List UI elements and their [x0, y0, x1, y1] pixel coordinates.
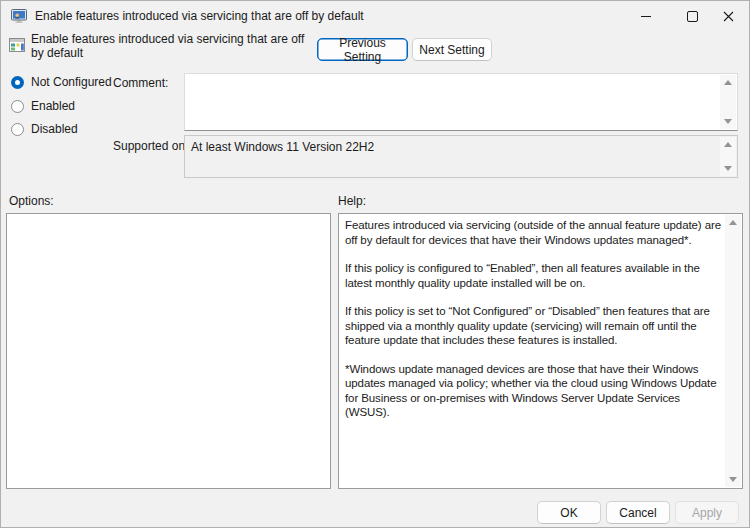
- title-bar: Enable features introduced via servicing…: [1, 1, 749, 31]
- help-text: Features introduced via servicing (outsi…: [339, 214, 725, 488]
- comment-scroll-up-button[interactable]: [720, 75, 736, 90]
- help-scrollbar[interactable]: [725, 215, 741, 487]
- policy-setting-dialog: Enable features introduced via servicing…: [0, 0, 750, 528]
- radio-not-configured-label: Not Configured: [31, 75, 112, 89]
- previous-setting-button[interactable]: Previous Setting: [317, 38, 408, 61]
- supported-on-label: Supported on:: [113, 139, 188, 153]
- radio-disabled-label: Disabled: [31, 122, 78, 136]
- radio-disabled[interactable]: Disabled: [11, 122, 78, 136]
- supported-scroll-up-button[interactable]: [720, 137, 736, 152]
- radio-not-configured-circle: [11, 76, 24, 89]
- maximize-icon: [687, 11, 698, 22]
- close-icon: [723, 11, 734, 22]
- supported-on-scrollbar[interactable]: [720, 137, 736, 176]
- help-label: Help:: [338, 194, 366, 208]
- radio-not-configured[interactable]: Not Configured: [11, 75, 112, 89]
- help-paragraph: *Windows update managed devices are thos…: [345, 362, 721, 420]
- comment-scroll-down-button[interactable]: [720, 114, 736, 129]
- help-scroll-down-button[interactable]: [725, 472, 741, 487]
- radio-enabled-label: Enabled: [31, 99, 75, 113]
- cancel-button[interactable]: Cancel: [606, 501, 670, 524]
- arrow-down-icon: [729, 477, 737, 482]
- supported-on-box: At least Windows 11 Version 22H2: [184, 135, 738, 178]
- help-paragraph: If this policy is configured to “Enabled…: [345, 261, 721, 290]
- help-scroll-up-button[interactable]: [725, 215, 741, 230]
- radio-enabled-circle: [11, 100, 24, 113]
- apply-button[interactable]: Apply: [675, 501, 739, 524]
- arrow-down-icon: [724, 166, 732, 171]
- help-paragraph: Features introduced via servicing (outsi…: [345, 218, 721, 247]
- radio-disabled-circle: [11, 123, 24, 136]
- options-label: Options:: [9, 194, 54, 208]
- policy-setting-icon: [9, 37, 26, 54]
- next-setting-button[interactable]: Next Setting: [412, 38, 492, 61]
- supported-scroll-down-button[interactable]: [720, 161, 736, 176]
- group-policy-monitor-icon: [11, 8, 27, 24]
- arrow-up-icon: [724, 80, 732, 85]
- minimize-button[interactable]: [623, 1, 669, 31]
- comment-scrollbar[interactable]: [720, 75, 736, 129]
- comment-label: Comment:: [113, 76, 168, 90]
- ok-button[interactable]: OK: [537, 501, 601, 524]
- supported-on-value: At least Windows 11 Version 22H2: [191, 140, 374, 154]
- comment-textarea[interactable]: [184, 73, 738, 131]
- minimize-icon: [641, 16, 651, 17]
- help-paragraph: If this policy is set to “Not Configured…: [345, 304, 721, 348]
- arrow-down-icon: [724, 119, 732, 124]
- options-panel: [6, 213, 331, 489]
- arrow-up-icon: [729, 220, 737, 225]
- radio-enabled[interactable]: Enabled: [11, 99, 75, 113]
- help-panel[interactable]: Features introduced via servicing (outsi…: [338, 213, 743, 489]
- close-button[interactable]: [705, 1, 750, 31]
- arrow-up-icon: [724, 142, 732, 147]
- policy-title: Enable features introduced via servicing…: [31, 35, 311, 57]
- window-title: Enable features introduced via servicing…: [35, 1, 364, 31]
